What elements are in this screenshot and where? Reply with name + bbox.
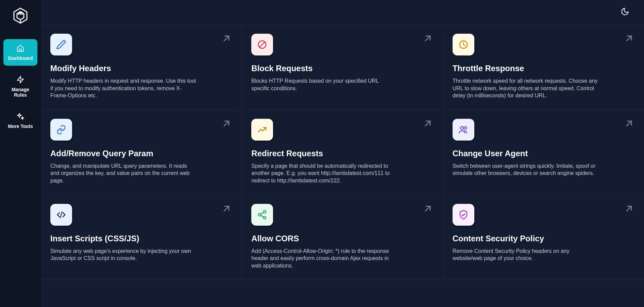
card-user-agent[interactable]: Change User Agent Switch between user-ag… — [443, 110, 644, 195]
topbar — [41, 0, 644, 25]
sidebar-item-label: Dashboard — [8, 55, 33, 61]
arrow-up-right-icon — [222, 34, 232, 44]
svg-line-4 — [425, 36, 430, 41]
arrow-up-right-icon — [423, 34, 433, 44]
card-query-param[interactable]: Add/Remove Query Param Change, and manip… — [41, 110, 242, 195]
arrow-up-right-icon — [624, 34, 634, 44]
svg-line-17 — [261, 212, 264, 214]
card-title: Change User Agent — [453, 149, 634, 158]
card-title: Throttle Response — [453, 64, 634, 73]
theme-toggle-button[interactable] — [620, 7, 630, 18]
home-icon — [16, 44, 25, 53]
app-logo — [12, 3, 29, 29]
sidebar: Dashboard Manage Rules More Tools — [0, 0, 41, 307]
arrow-up-right-icon — [423, 204, 433, 214]
svg-line-1 — [224, 36, 229, 41]
svg-line-20 — [627, 206, 631, 211]
card-description: Modify HTTP headers in request and respo… — [50, 77, 197, 99]
link-icon — [50, 119, 72, 141]
shield-check-icon — [453, 204, 474, 226]
svg-line-11 — [627, 121, 631, 126]
card-description: Throttle network speed for all network r… — [453, 77, 599, 99]
card-title: Allow CORS — [251, 234, 433, 243]
card-description: Add (Access-Control-Allow-Origin: *) rul… — [251, 247, 397, 270]
sidebar-item-more-tools[interactable]: More Tools — [3, 107, 37, 134]
arrow-up-right-icon — [624, 204, 634, 214]
svg-marker-0 — [17, 76, 23, 83]
svg-line-7 — [224, 121, 229, 126]
card-block-requests[interactable]: Block Requests Blocks HTTP Requests base… — [242, 25, 443, 110]
clock-icon — [453, 34, 474, 55]
svg-point-10 — [464, 127, 467, 129]
cards-grid: Modify Headers Modify HTTP headers in re… — [41, 25, 644, 280]
arrow-up-right-icon — [222, 119, 232, 129]
card-redirect-requests[interactable]: Redirect Requests Specify a page that sh… — [242, 110, 443, 195]
users-icon — [453, 119, 474, 141]
card-description: Specify a page that should be automatica… — [251, 162, 397, 184]
svg-line-3 — [259, 42, 265, 47]
arrow-up-right-icon — [222, 204, 232, 214]
moon-icon — [621, 7, 629, 17]
svg-line-18 — [261, 215, 264, 217]
block-icon — [251, 34, 273, 55]
sidebar-item-label: Manage Rules — [5, 87, 35, 98]
card-modify-headers[interactable]: Modify Headers Modify HTTP headers in re… — [41, 25, 242, 110]
bolt-icon — [16, 75, 25, 84]
card-title: Modify Headers — [50, 64, 232, 73]
sidebar-item-manage-rules[interactable]: Manage Rules — [3, 70, 37, 102]
card-title: Content Security Policy — [453, 234, 634, 243]
card-title: Redirect Requests — [251, 149, 433, 158]
sidebar-item-label: More Tools — [8, 124, 33, 129]
card-allow-cors[interactable]: Allow CORS Add (Access-Control-Allow-Ori… — [242, 195, 443, 280]
trending-up-icon — [251, 119, 273, 141]
share-icon — [251, 204, 273, 226]
card-description: Remove Content Security Policy headers o… — [453, 247, 599, 262]
sparkles-icon — [16, 112, 25, 121]
card-throttle-response[interactable]: Throttle Response Throttle network speed… — [443, 25, 644, 110]
arrow-up-right-icon — [624, 119, 634, 129]
code-icon — [50, 204, 72, 226]
main-content: Modify Headers Modify HTTP headers in re… — [41, 0, 644, 307]
card-title: Insert Scripts (CSS/JS) — [50, 234, 232, 243]
card-description: Switch between user-agent strings quickl… — [453, 162, 599, 177]
svg-line-19 — [425, 206, 430, 211]
card-title: Block Requests — [251, 64, 433, 73]
card-insert-scripts[interactable]: Insert Scripts (CSS/JS) Simulate any web… — [41, 195, 242, 280]
svg-line-13 — [224, 206, 229, 211]
card-description: Change, and manipulate URL query paramet… — [50, 162, 197, 184]
svg-line-6 — [627, 36, 631, 41]
sidebar-item-dashboard[interactable]: Dashboard — [3, 39, 37, 66]
svg-line-12 — [61, 212, 62, 218]
card-description: Blocks HTTP Requests based on your speci… — [251, 77, 397, 92]
card-csp[interactable]: Content Security Policy Remove Content S… — [443, 195, 644, 280]
card-description: Simulate any web page's experience by in… — [50, 247, 197, 262]
arrow-up-right-icon — [423, 119, 433, 129]
svg-line-8 — [425, 121, 430, 126]
pencil-icon — [50, 34, 72, 55]
svg-point-9 — [460, 126, 463, 129]
card-title: Add/Remove Query Param — [50, 149, 232, 158]
